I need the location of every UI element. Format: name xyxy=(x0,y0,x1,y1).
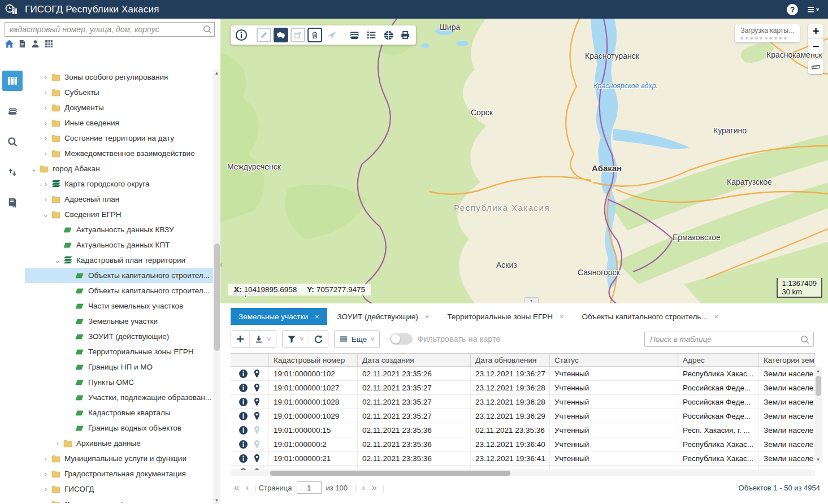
refresh-button[interactable] xyxy=(309,331,328,347)
map-edit-button[interactable] xyxy=(257,28,271,42)
expand-chevron-icon[interactable]: ⌄ xyxy=(29,164,38,173)
row-info-icon[interactable] xyxy=(239,383,248,393)
column-header[interactable] xyxy=(231,354,269,366)
scroll-down-icon[interactable]: ▼ xyxy=(213,497,220,504)
expand-chevron-icon[interactable]: › xyxy=(41,195,50,203)
row-locate-pin-icon[interactable] xyxy=(253,397,261,407)
tree-item[interactable]: ⌄Сведения ЕГРН xyxy=(25,207,213,222)
tree-item[interactable]: ⌄Кадастровый план территории xyxy=(25,253,213,268)
tree-item[interactable]: Границы НП и МО xyxy=(25,359,213,375)
map-delete-button[interactable] xyxy=(307,28,322,42)
filter-button[interactable]: ˅ xyxy=(283,331,309,347)
table-hscrollbar[interactable] xyxy=(231,470,815,476)
row-info-icon[interactable] xyxy=(239,369,248,379)
expand-chevron-icon[interactable]: ⌄ xyxy=(53,256,62,264)
row-locate-pin-icon[interactable] xyxy=(253,440,261,449)
table-row[interactable]: 19:01:000000:202.11.2021 23:35:3623.12.2… xyxy=(231,437,815,451)
zoom-in-button[interactable]: + xyxy=(808,24,823,39)
tree-item[interactable]: ›Карта городского округа xyxy=(25,176,213,192)
strip-doc-home-button[interactable] xyxy=(2,193,23,213)
home-icon[interactable] xyxy=(5,39,14,49)
table-row[interactable]: 19:01:000000:10202.11.2021 23:35:2623.12… xyxy=(231,367,815,381)
map-select-button[interactable] xyxy=(274,28,288,42)
address-search-input[interactable] xyxy=(5,22,215,37)
row-info-icon[interactable] xyxy=(239,454,248,463)
expand-chevron-icon[interactable]: ⌄ xyxy=(41,210,50,219)
tree-item[interactable]: ›Зоны особого регулирования xyxy=(25,69,213,85)
tree-item[interactable]: ›Муниципальные услуги и функции xyxy=(25,451,213,466)
add-record-button[interactable] xyxy=(231,331,250,347)
tree-item[interactable]: ›Состояние территории на дату xyxy=(25,131,213,146)
zoom-out-button[interactable]: − xyxy=(808,39,823,54)
tree-item[interactable]: Кадастровые кварталы xyxy=(25,405,213,420)
table-row[interactable]: 19:01:000000:2102.11.2021 23:35:3623.12.… xyxy=(231,451,815,466)
tree-item[interactable]: ›Документы xyxy=(25,100,213,115)
table-row[interactable]: 19:01:000000:90502.11.2021 23:47:5623.12… xyxy=(231,466,815,470)
strip-layers-button[interactable] xyxy=(2,101,23,121)
search-icon[interactable] xyxy=(202,24,213,34)
documents-icon[interactable] xyxy=(18,39,27,49)
row-locate-pin-icon[interactable] xyxy=(253,411,261,421)
strip-sort-button[interactable] xyxy=(2,162,23,183)
scroll-down-icon[interactable]: ▼ xyxy=(814,456,822,463)
row-info-icon[interactable] xyxy=(239,440,248,449)
tree-item[interactable]: Границы водных объектов xyxy=(25,420,213,436)
column-header[interactable]: Адрес xyxy=(678,354,759,366)
tree-item[interactable]: Части земельных участков xyxy=(25,298,213,314)
map-measure-button[interactable] xyxy=(324,28,339,42)
search-icon[interactable] xyxy=(800,334,810,345)
row-info-icon[interactable] xyxy=(239,425,248,435)
tree-item[interactable]: ›Иные сведения xyxy=(25,115,213,131)
tree-scroll-thumb[interactable] xyxy=(214,244,220,351)
expand-chevron-icon[interactable]: › xyxy=(41,180,50,188)
expand-chevron-icon[interactable]: › xyxy=(41,470,50,478)
close-tab-icon[interactable]: × xyxy=(315,312,319,321)
expand-chevron-icon[interactable]: › xyxy=(41,73,50,81)
row-locate-pin-icon[interactable] xyxy=(253,369,261,379)
map-print-button[interactable] xyxy=(398,28,413,42)
help-button[interactable]: ? xyxy=(787,4,798,15)
tree-item[interactable]: ›Субъекты xyxy=(25,85,213,100)
tree-item[interactable]: ›Градостроительная документация xyxy=(25,466,213,481)
last-page-button[interactable]: » xyxy=(369,483,380,493)
strip-search-button[interactable] xyxy=(2,132,23,152)
tab-2[interactable]: ЗОУИТ (действующие)× xyxy=(330,308,437,325)
tree-item[interactable]: ЗОУИТ (действующие) xyxy=(25,329,213,344)
tree-item[interactable]: ›Архивные данные xyxy=(25,436,213,451)
tab-4[interactable]: Объекты капитального строитель...× xyxy=(574,308,727,325)
expand-chevron-icon[interactable]: › xyxy=(41,88,50,97)
map-layers-button[interactable] xyxy=(347,28,362,42)
more-button[interactable]: Еще ˅ xyxy=(335,331,379,347)
table-row[interactable]: 19:01:000000:1502.11.2021 23:35:3602.11.… xyxy=(231,423,815,437)
page-number-input[interactable] xyxy=(297,481,322,494)
map-legend-button[interactable] xyxy=(364,28,379,42)
tree-scrollbar[interactable]: ▲ ▼ xyxy=(213,69,220,504)
scroll-up-icon[interactable]: ▲ xyxy=(213,69,220,77)
map-canvas[interactable]: Загрузка карты... + − X:10419895.6958 Y:… xyxy=(220,19,828,303)
row-locate-pin-icon[interactable] xyxy=(253,383,261,393)
tree-item[interactable]: Объекты капитального строител... xyxy=(25,283,213,298)
tree-item[interactable]: Актуальность данных КВЗУ xyxy=(25,222,213,237)
close-tab-icon[interactable]: × xyxy=(560,312,564,321)
table-row[interactable]: 19:01:000000:102902.11.2021 23:35:2723.1… xyxy=(231,409,815,423)
export-button[interactable]: ˅ xyxy=(250,331,276,347)
panel-collapse-handle[interactable]: ‹ xyxy=(220,257,227,272)
next-page-button[interactable]: › xyxy=(358,483,368,493)
expand-chevron-icon[interactable]: › xyxy=(53,439,62,447)
table-search-input[interactable] xyxy=(644,332,814,347)
expand-chevron-icon[interactable]: › xyxy=(41,103,50,112)
table-scrollbar[interactable]: ▲ ▼ xyxy=(814,367,822,463)
first-page-button[interactable]: « xyxy=(231,483,242,493)
tree-item[interactable]: ›ГИСОГД xyxy=(25,481,213,497)
map-collapse-handle[interactable]: ▾ xyxy=(524,297,539,303)
cadastre-grid-icon[interactable] xyxy=(44,39,54,49)
tree-item[interactable]: Объекты капитального строител... xyxy=(25,268,213,283)
tree-item[interactable]: ›Социальная инфраструктура xyxy=(25,497,213,503)
close-tab-icon[interactable]: × xyxy=(425,312,430,321)
expand-chevron-icon[interactable]: › xyxy=(41,134,50,142)
tree-item[interactable]: Территориальные зоны ЕГРН xyxy=(25,344,213,359)
ruler-tool-button[interactable] xyxy=(808,59,823,74)
table-row[interactable]: 19:01:000000:102802.11.2021 23:35:2723.1… xyxy=(231,395,815,409)
map-open-external-button[interactable] xyxy=(291,28,305,42)
subjects-icon[interactable] xyxy=(31,39,40,49)
